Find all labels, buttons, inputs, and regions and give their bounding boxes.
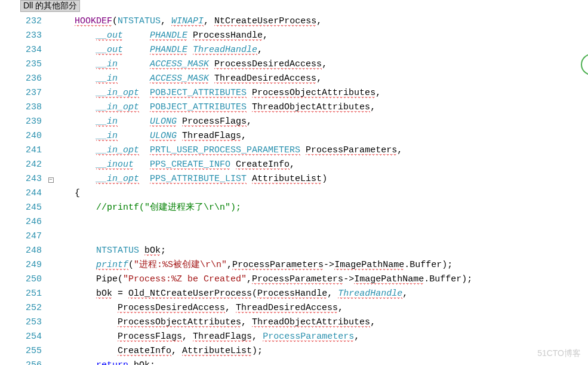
token <box>118 116 150 127</box>
token: ImagePathName <box>354 274 424 285</box>
line-number: 243 <box>0 172 47 186</box>
token: NTSTATUS <box>118 16 161 26</box>
token <box>123 45 150 55</box>
token: { <box>75 188 80 198</box>
token <box>187 30 193 41</box>
code-content[interactable]: __in ULONG ThreadFlags, <box>55 129 247 143</box>
line-number: 236 <box>0 72 47 86</box>
code-line[interactable]: 255 CreateInfo, AttributeList); <box>0 344 588 358</box>
code-line[interactable]: 243− __in_opt PPS_ATTRIBUTE_LIST Attribu… <box>0 172 588 186</box>
token <box>59 289 96 299</box>
code-line[interactable]: 246 <box>0 215 588 229</box>
code-line[interactable]: 237 __in_opt POBJECT_ATTRIBUTES ProcessO… <box>0 86 588 100</box>
token: Old_NtCreateUserProcess <box>128 289 252 299</box>
code-content[interactable]: __in ULONG ProcessFlags, <box>55 115 252 129</box>
code-content[interactable]: __in_opt POBJECT_ATTRIBUTES ProcessObjec… <box>55 86 381 100</box>
code-line[interactable]: 245 //printf("创建进程来了\r\n"); <box>0 201 588 215</box>
code-line[interactable]: 256 return bOk; <box>0 358 588 365</box>
code-line[interactable]: 236 __in ACCESS_MASK ThreadDesiredAccess… <box>0 72 588 86</box>
code-content[interactable]: { <box>55 186 80 201</box>
code-content[interactable]: __out PHANDLE ThreadHandle, <box>55 43 263 57</box>
code-content[interactable]: bOk = Old_NtCreateUserProcess(ProcessHan… <box>55 287 408 301</box>
token: , <box>257 45 263 55</box>
code-editor[interactable]: 232 HOOKDEF(NTSTATUS, WINAPI, NtCreateUs… <box>0 12 588 365</box>
code-content[interactable]: ProcessFlags, ThreadFlags, ProcessParame… <box>55 330 359 344</box>
code-line[interactable]: 244 { <box>0 186 588 201</box>
token: = <box>112 289 128 299</box>
token <box>59 30 96 41</box>
token: ProcessFlags <box>182 116 247 127</box>
token: , <box>241 317 252 327</box>
code-content[interactable]: NTSTATUS bOk; <box>55 244 166 258</box>
token <box>59 102 96 112</box>
code-content[interactable]: ProcessDesiredAccess, ThreadDesiredAcces… <box>55 301 343 315</box>
code-line[interactable]: 234 __out PHANDLE ThreadHandle, <box>0 43 588 57</box>
code-line[interactable]: 253 ProcessObjectAttributes, ThreadObjec… <box>0 315 588 330</box>
code-content[interactable]: //printf("创建进程来了\r\n"); <box>55 201 241 215</box>
token: ProcessDesiredAccess <box>214 59 322 70</box>
code-content[interactable]: HOOKDEF(NTSTATUS, WINAPI, NtCreateUserPr… <box>55 14 322 29</box>
collapsed-region-bar[interactable]: Dll 的其他部分 <box>20 0 80 12</box>
token: , <box>263 30 268 41</box>
code-line[interactable]: 250 Pipe("Process:%Z be Created",Process… <box>0 272 588 287</box>
code-content[interactable]: __in_opt PPS_ATTRIBUTE_LIST AttributeLis… <box>55 172 327 186</box>
token: ) <box>322 174 327 184</box>
code-content[interactable]: __in ACCESS_MASK ProcessDesiredAccess, <box>55 57 327 72</box>
code-content[interactable]: __in ACCESS_MASK ThreadDesiredAccess, <box>55 72 322 86</box>
code-line[interactable]: 232 HOOKDEF(NTSTATUS, WINAPI, NtCreateUs… <box>0 14 588 29</box>
token: ProcessDesiredAccess <box>118 303 225 314</box>
code-content[interactable]: return bOk; <box>55 358 155 365</box>
code-line[interactable]: 251 bOk = Old_NtCreateUserProcess(Proces… <box>0 287 588 301</box>
line-number: 254 <box>0 330 47 344</box>
code-content[interactable]: __out PHANDLE ProcessHandle, <box>55 29 268 43</box>
token: PHANDLE <box>150 30 187 41</box>
code-line[interactable]: 248 NTSTATUS bOk; <box>0 244 588 258</box>
token: CreateInfo <box>118 346 171 357</box>
code-content[interactable]: CreateInfo, AttributeList); <box>55 344 263 358</box>
token: , <box>338 303 343 313</box>
code-line[interactable]: 240 __in ULONG ThreadFlags, <box>0 129 588 143</box>
token <box>247 102 252 112</box>
token: return <box>96 360 128 365</box>
token: ThreadObjectAttributes <box>252 317 370 328</box>
code-content[interactable]: __in_opt POBJECT_ATTRIBUTES ThreadObject… <box>55 100 375 115</box>
token <box>118 59 150 69</box>
code-content[interactable]: Pipe("Process:%Z be Created",ProcessPara… <box>55 272 472 287</box>
code-line[interactable]: 254 ProcessFlags, ThreadFlags, ProcessPa… <box>0 330 588 344</box>
code-line[interactable]: 242 __inout PPS_CREATE_INFO CreateInfo, <box>0 158 588 172</box>
code-line[interactable]: 247 <box>0 229 588 244</box>
token: -> <box>343 274 354 284</box>
token <box>139 88 150 98</box>
token: ACCESS_MASK <box>150 59 209 70</box>
token: ProcessFlags <box>118 332 182 342</box>
token <box>123 30 150 41</box>
token <box>59 131 96 141</box>
code-line[interactable]: 252 ProcessDesiredAccess, ThreadDesiredA… <box>0 301 588 315</box>
token <box>59 16 75 26</box>
token: PPS_ATTRIBUTE_LIST <box>150 174 247 185</box>
token: ); <box>252 346 263 356</box>
code-line[interactable]: 235 __in ACCESS_MASK ProcessDesiredAcces… <box>0 57 588 72</box>
token <box>59 174 96 184</box>
collapse-icon[interactable]: − <box>48 177 54 183</box>
token: __in <box>96 116 118 127</box>
token: , <box>241 131 247 141</box>
code-line[interactable]: 239 __in ULONG ProcessFlags, <box>0 115 588 129</box>
code-line[interactable]: 241 __in_opt PRTL_USER_PROCESS_PARAMETER… <box>0 143 588 158</box>
token: __in_opt <box>96 88 139 99</box>
token: ULONG <box>150 116 177 127</box>
code-content[interactable]: ProcessObjectAttributes, ThreadObjectAtt… <box>55 315 375 330</box>
token: , <box>316 16 322 26</box>
token: ProcessParameters <box>263 332 354 342</box>
token <box>209 73 214 84</box>
code-content[interactable]: __in_opt PRTL_USER_PROCESS_PARAMETERS Pr… <box>55 143 402 158</box>
code-line[interactable]: 238 __in_opt POBJECT_ATTRIBUTES ThreadOb… <box>0 100 588 115</box>
fold-gutter[interactable]: − <box>47 172 55 186</box>
token: , <box>247 274 252 284</box>
code-line[interactable]: 233 __out PHANDLE ProcessHandle, <box>0 29 588 43</box>
code-line[interactable]: 249 printf("进程:%S被创建\r\n",ProcessParamet… <box>0 258 588 272</box>
code-content[interactable]: __inout PPS_CREATE_INFO CreateInfo, <box>55 158 295 172</box>
token: , <box>316 73 322 84</box>
token: ACCESS_MASK <box>150 73 209 84</box>
code-content[interactable]: printf("进程:%S被创建\r\n",ProcessParameters-… <box>55 258 452 272</box>
